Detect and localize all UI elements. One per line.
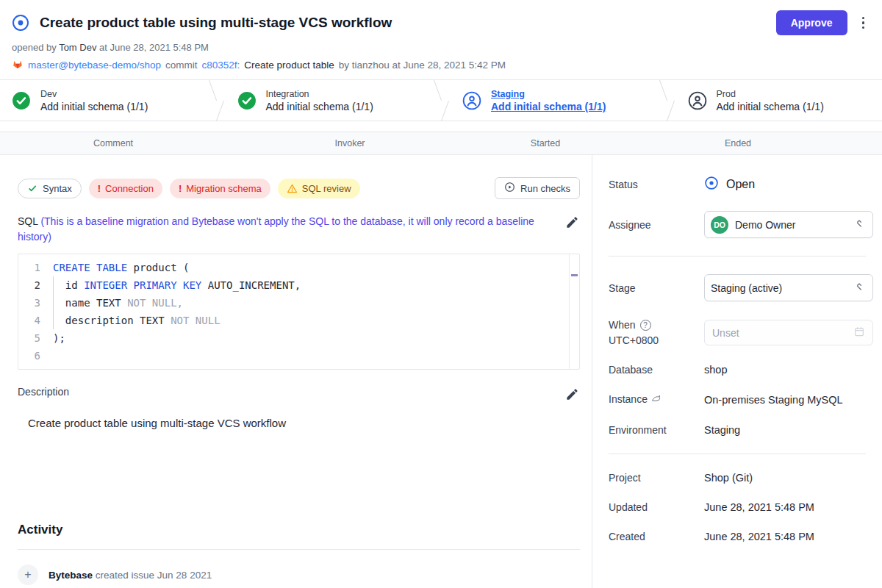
environment-value: Staging (704, 424, 740, 436)
description-text: Create product table using multi-stage V… (18, 417, 580, 429)
description-label: Description (18, 386, 565, 398)
code-line: 6 (18, 347, 567, 365)
sidebar-row-environment: EnvironmentStaging (609, 424, 873, 436)
edit-sql-pencil-icon[interactable] (565, 215, 580, 230)
calendar-icon (853, 326, 865, 340)
play-circle-icon (504, 182, 515, 195)
opened-by-name: Tom Dev (59, 42, 96, 53)
stage-pipeline: DevAdd initial schema (1/1)IntegrationAd… (0, 79, 882, 121)
sidebar-row-database: Databaseshop (609, 364, 873, 376)
sidebar-row-updated: UpdatedJune 28, 2021 5:48 PM (609, 501, 873, 513)
issue-detail-panel: Syntax!Connection!Migration schemaSQL re… (0, 155, 592, 588)
pipeline-stage-staging[interactable]: StagingAdd initial schema (1/1) (451, 80, 657, 121)
stage-separator-chevron (207, 80, 226, 121)
editor-scrollbar[interactable] (569, 254, 579, 369)
check-badge-migration-schema[interactable]: !Migration schema (170, 179, 270, 198)
instance-value: On-premises Staging MySQL (704, 394, 843, 406)
code-line: 5); (18, 329, 567, 347)
mysql-dolphin-icon (650, 393, 662, 406)
select-updown-icon (853, 281, 865, 295)
issue-sidebar: StatusOpenAssigneeDODemo OwnerStageStagi… (592, 155, 882, 588)
activity-heading: Activity (18, 523, 580, 537)
pipeline-stage-dev[interactable]: DevAdd initial schema (1/1) (0, 80, 207, 121)
created-value: June 28, 2021 5:48 PM (704, 531, 814, 542)
stage-done-check-icon (12, 91, 31, 110)
sql-section-header: SQL (This is a baseline migration and By… (18, 214, 580, 245)
sql-baseline-note: (This is a baseline migration and Byteba… (18, 215, 534, 243)
code-line: 3 name TEXT NOT NULL, (18, 294, 567, 312)
code-line: 4 description TEXT NOT NULL (18, 312, 567, 329)
check-badge-sql-review[interactable]: SQL review (278, 179, 360, 198)
stage-assignee-icon (688, 91, 707, 110)
code-line: 2 id INTEGER PRIMARY KEY AUTO_INCREMENT, (18, 276, 567, 294)
assignee-avatar: DO (711, 216, 728, 234)
when-help-icon[interactable]: ? (640, 320, 651, 331)
run-checks-button[interactable]: Run checks (495, 177, 580, 199)
issue-status-value: Open (704, 176, 755, 193)
page-title: Create product table using multi-stage V… (40, 15, 776, 31)
pipeline-stage-integration[interactable]: IntegrationAdd initial schema (1/1) (226, 80, 432, 121)
assignee-select[interactable]: DODemo Owner (704, 211, 873, 238)
issue-open-status-icon (12, 14, 29, 32)
sidebar-divider (609, 256, 866, 257)
activity-item: +Bytebase created issue Jun 28 2021 (18, 564, 580, 587)
sql-code-editor[interactable]: 1CREATE TABLE product (2 id INTEGER PRIM… (18, 254, 580, 370)
gitlab-icon (12, 58, 24, 72)
stage-done-check-icon (237, 91, 257, 110)
pipeline-stage-prod[interactable]: ProdAdd initial schema (1/1) (676, 80, 882, 121)
commit-byline: by tianzhou at June 28, 2021 5:42 PM (339, 60, 506, 71)
approve-button[interactable]: Approve (776, 10, 847, 35)
vcs-commit-line: master@bytebase-demo/shop commit c80352f… (12, 58, 870, 72)
branch-repo-link[interactable]: master@bytebase-demo/shop (28, 60, 161, 71)
sql-label: SQL (18, 215, 38, 227)
code-line: 1CREATE TABLE product ( (18, 259, 567, 276)
sidebar-row-assignee: AssigneeDODemo Owner (609, 211, 873, 238)
check-badge-connection[interactable]: !Connection (89, 179, 162, 198)
activity-section: Activity +Bytebase created issue Jun 28 … (18, 523, 580, 587)
task-checks-row: Syntax!Connection!Migration schemaSQL re… (18, 177, 580, 199)
task-table-col-invoker: Invoker (215, 138, 485, 148)
select-updown-icon (853, 218, 865, 232)
stage-select[interactable]: Staging (active) (704, 274, 873, 301)
sidebar-divider (609, 453, 866, 454)
stage-separator-chevron (657, 80, 676, 121)
task-table-header: CommentInvokerStartedEnded (0, 132, 882, 155)
sidebar-row-instance: InstanceOn-premises Staging MySQL (609, 393, 873, 406)
sidebar-row-project: ProjectShop (Git) (609, 472, 873, 484)
sidebar-row-stage: StageStaging (active) (609, 274, 873, 301)
timezone-label: UTC+0800 (609, 334, 704, 346)
issue-header: Create product table using multi-stage V… (0, 0, 882, 79)
sidebar-row-status: StatusOpen (609, 176, 873, 193)
updated-value: June 28, 2021 5:48 PM (704, 501, 814, 513)
when-date-input[interactable]: Unset (704, 320, 873, 345)
activity-plus-avatar: + (18, 564, 38, 585)
sidebar-row-when: When?UTC+0800Unset (609, 319, 873, 346)
commit-message: Create product table (244, 60, 334, 71)
edit-description-pencil-icon[interactable] (565, 387, 580, 402)
task-table-col-ended: Ended (606, 138, 870, 148)
opened-by-line: opened by Tom Dev at June 28, 2021 5:48 … (12, 42, 870, 53)
database-value: shop (704, 364, 727, 376)
sidebar-row-created: CreatedJune 28, 2021 5:48 PM (609, 531, 873, 542)
open-status-icon (704, 176, 719, 193)
task-table-col-comment: Comment (12, 138, 215, 148)
check-badge-syntax[interactable]: Syntax (18, 179, 82, 198)
project-value: Shop (Git) (704, 472, 753, 484)
description-section-header: Description (18, 386, 580, 402)
task-table-col-started: Started (485, 138, 606, 148)
more-actions-menu[interactable] (856, 12, 871, 34)
commit-hash-link[interactable]: c80352f: (202, 60, 240, 71)
stage-assignee-icon (462, 91, 481, 110)
stage-separator-chevron (431, 80, 451, 121)
